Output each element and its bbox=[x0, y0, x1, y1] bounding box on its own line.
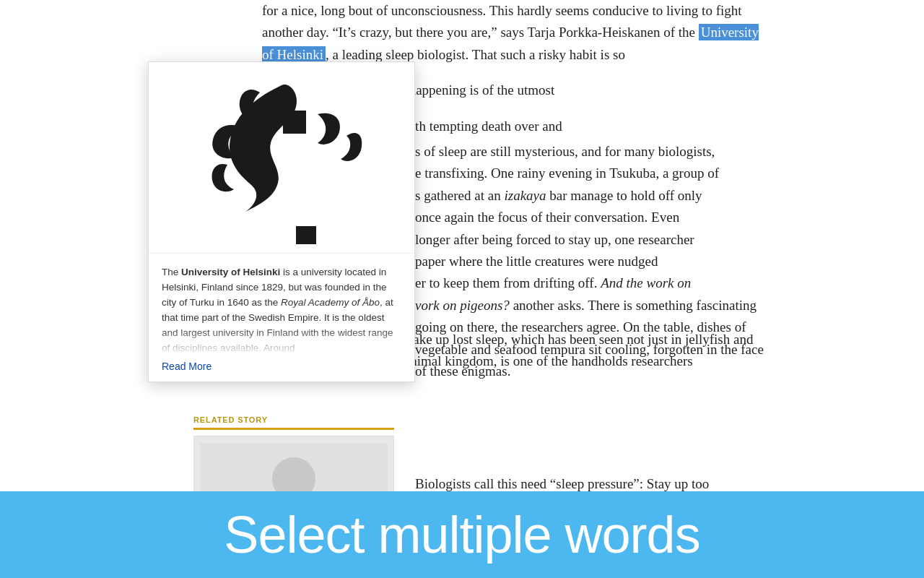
and-work-text: And the work on bbox=[601, 275, 691, 290]
text-10: er to keep them from drifting off. bbox=[415, 275, 597, 290]
popup-image bbox=[149, 62, 414, 254]
text-7: once again the focus of their conversati… bbox=[415, 210, 679, 225]
text-4: s of sleep are still mysterious, and for… bbox=[415, 144, 715, 159]
article-text-1b: , a leading sleep biologist. That such a… bbox=[326, 47, 625, 62]
svg-rect-1 bbox=[296, 226, 316, 244]
article-para-7: once again the focus of their conversati… bbox=[415, 207, 765, 228]
related-story-label: RELATED STORY bbox=[193, 415, 394, 424]
text-13: Biologists call this need “sleep pressur… bbox=[415, 476, 709, 491]
text-9: paper where the little creatures were nu… bbox=[415, 254, 658, 269]
read-more-link[interactable]: Read More bbox=[162, 361, 212, 372]
article-para-9: paper where the little creatures were nu… bbox=[415, 251, 765, 272]
popup-description: The University of Helsinki is a universi… bbox=[162, 265, 401, 356]
popup-text-plain: The bbox=[162, 267, 181, 277]
article-para-4: s of sleep are still mysterious, and for… bbox=[415, 141, 765, 163]
article-paragraph-1: for a nice, long bout of unconsciousness… bbox=[262, 0, 765, 66]
popup-italic-text: Royal Academy of Åbo bbox=[281, 297, 380, 308]
bottom-banner: Select multiple words bbox=[0, 491, 924, 578]
svg-rect-0 bbox=[283, 111, 306, 134]
popup-fade: The University of Helsinki is a universi… bbox=[162, 265, 401, 356]
text-8: longer after being forced to stay up, on… bbox=[415, 232, 694, 247]
university-logo-svg bbox=[173, 71, 390, 244]
article-para-8: longer after being forced to stay up, on… bbox=[415, 229, 765, 251]
izakaya-text: izakaya bbox=[504, 188, 546, 203]
article-text-1: for a nice, long bout of unconsciousness… bbox=[262, 3, 742, 40]
popup-card: The University of Helsinki is a universi… bbox=[148, 61, 415, 382]
article-para-10: er to keep them from drifting off. And t… bbox=[415, 272, 765, 294]
text-5: e transfixing. One rainy evening in Tsuk… bbox=[415, 165, 719, 181]
text-6b: bar manage to hold off only bbox=[549, 188, 702, 203]
banner-text: Select multiple words bbox=[224, 505, 699, 564]
related-story-divider bbox=[193, 428, 394, 430]
popup-title-bold: University of Helsinki bbox=[181, 267, 280, 277]
article-para-5: e transfixing. One rainy evening in Tsuk… bbox=[415, 163, 765, 184]
text-11: vork on pigeons? bbox=[415, 298, 510, 313]
popup-body: The University of Helsinki is a universi… bbox=[149, 254, 414, 381]
article-para-6: s gathered at an izakaya bar manage to h… bbox=[415, 185, 765, 207]
text-6: s gathered at an bbox=[415, 188, 501, 203]
